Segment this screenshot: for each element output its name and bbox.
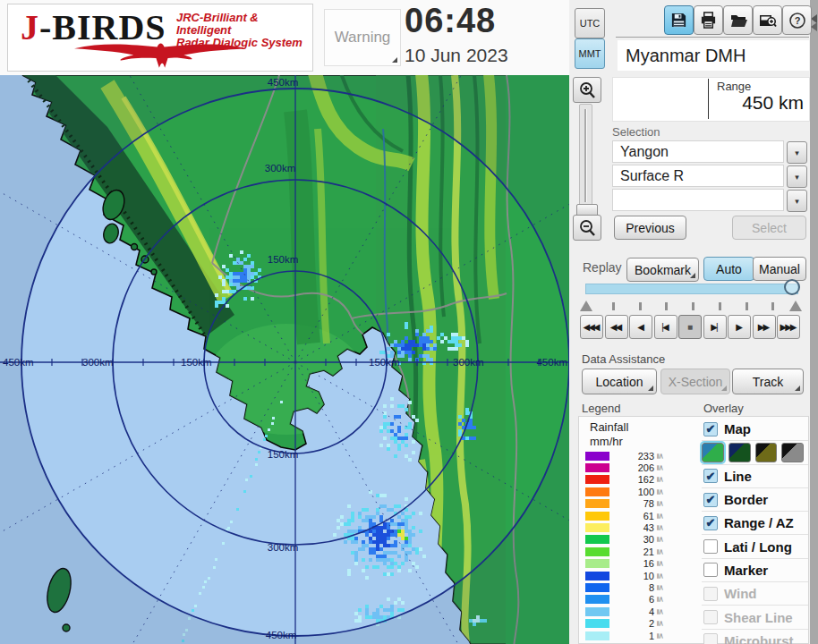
open-folder-button[interactable] bbox=[723, 5, 753, 35]
fastest-forward-button[interactable]: ▶▶▶ bbox=[777, 315, 800, 339]
legend-color-swatch bbox=[585, 559, 609, 568]
ring-label: 450km bbox=[266, 630, 297, 640]
legend-value: 4 bbox=[613, 606, 654, 617]
location-button[interactable]: Location bbox=[582, 369, 657, 394]
legend-row: 4≦ bbox=[585, 606, 687, 617]
zoom-in-button[interactable] bbox=[573, 77, 601, 103]
step-forward-button[interactable]: ▶| bbox=[703, 315, 727, 339]
open-folder-icon bbox=[729, 12, 747, 30]
capture-button[interactable] bbox=[753, 5, 782, 35]
slider-tick bbox=[719, 302, 721, 310]
option-dropdown-arrow-icon[interactable]: ▾ bbox=[787, 190, 807, 212]
ring-label: 450km bbox=[3, 357, 34, 368]
less-equal-icon: ≦ bbox=[656, 537, 665, 544]
slider-start-marker-icon[interactable] bbox=[580, 301, 592, 311]
manual-button[interactable]: Manual bbox=[753, 257, 806, 281]
ring-label: 150km bbox=[268, 254, 299, 265]
legend-color-swatch bbox=[585, 499, 609, 508]
less-equal-icon: ≦ bbox=[656, 584, 665, 591]
map-style-swatch-2[interactable] bbox=[729, 443, 751, 462]
site-dropdown-arrow-icon[interactable]: ▾ bbox=[787, 141, 807, 164]
radar-map[interactable]: 450km300km150km150km300km450km450km300km… bbox=[0, 75, 569, 644]
mmt-button[interactable]: MMT bbox=[575, 38, 605, 69]
legend-value: 2 bbox=[613, 618, 654, 629]
select-button[interactable]: Select bbox=[732, 216, 806, 240]
auto-button[interactable]: Auto bbox=[703, 257, 754, 281]
site-dropdown[interactable]: Yangon bbox=[612, 140, 784, 163]
slider-tick bbox=[612, 302, 615, 310]
legend-row: 78≦ bbox=[585, 498, 687, 510]
less-equal-icon: ≦ bbox=[656, 608, 665, 615]
capture-icon bbox=[759, 12, 777, 30]
less-equal-icon: ≦ bbox=[656, 620, 665, 627]
rewind-button[interactable]: ◀◀ bbox=[605, 315, 628, 339]
map-style-swatch-3[interactable] bbox=[755, 443, 778, 462]
legend-row: 21≦ bbox=[585, 546, 687, 557]
legend-row: 10≦ bbox=[585, 570, 687, 581]
legend-label: Legend bbox=[582, 402, 620, 415]
x-section-button[interactable]: X-Section bbox=[660, 369, 730, 394]
replay-slider-track[interactable] bbox=[585, 284, 798, 294]
replay-label: Replay bbox=[583, 260, 622, 275]
station-title: Myanmar DMH bbox=[618, 40, 809, 71]
play-button[interactable]: ▶ bbox=[728, 315, 751, 339]
overlay-row-wind: Wind bbox=[702, 582, 808, 606]
line-checkbox[interactable]: ✔ bbox=[703, 469, 718, 483]
lati-long-checkbox[interactable] bbox=[703, 539, 718, 554]
track-button[interactable]: Track bbox=[732, 369, 804, 394]
range-az-checkbox[interactable]: ✔ bbox=[703, 516, 718, 530]
utc-button[interactable]: UTC bbox=[575, 8, 605, 38]
eagle-logo-icon bbox=[15, 40, 305, 69]
product-dropdown-arrow-icon[interactable]: ▾ bbox=[787, 165, 807, 188]
map-style-swatch-1[interactable] bbox=[702, 443, 724, 462]
ring-label: 150km bbox=[181, 357, 212, 368]
panel-collapse-strip[interactable] bbox=[810, 0, 818, 644]
warning-button[interactable]: Warning bbox=[324, 9, 401, 66]
fast-forward-button[interactable]: ▶▶ bbox=[753, 315, 776, 339]
ring-label: 150km bbox=[369, 357, 400, 368]
option-dropdown[interactable] bbox=[612, 189, 784, 211]
zoom-slider-groove bbox=[584, 109, 587, 202]
overlay-row-shear-line: Shear Line bbox=[702, 606, 808, 629]
microburst-checkbox bbox=[703, 633, 718, 644]
product-dropdown[interactable]: Surface R bbox=[612, 165, 784, 187]
step-back-button[interactable]: |◀ bbox=[654, 315, 677, 339]
legend-color-swatch bbox=[585, 547, 609, 556]
save-icon bbox=[670, 12, 687, 29]
data-assistance-label: Data Assistance bbox=[582, 352, 665, 366]
overlay-row-marker: Marker bbox=[702, 559, 808, 582]
fast-rewind-button[interactable]: ◀◀◀ bbox=[580, 315, 603, 339]
ring-label: 300km bbox=[82, 357, 114, 368]
legend-color-swatch bbox=[585, 512, 609, 521]
bookmark-button[interactable]: Bookmark bbox=[626, 258, 699, 282]
less-equal-icon: ≦ bbox=[656, 500, 665, 507]
less-equal-icon: ≦ bbox=[656, 572, 665, 580]
less-equal-icon: ≦ bbox=[656, 464, 665, 471]
print-button[interactable] bbox=[694, 5, 723, 35]
overlay-item-label: Marker bbox=[724, 563, 768, 578]
marker-checkbox[interactable] bbox=[703, 563, 718, 577]
less-equal-icon: ≦ bbox=[656, 453, 665, 460]
legend-row: 16≦ bbox=[585, 558, 687, 570]
legend-row: 6≦ bbox=[585, 594, 687, 606]
toolbar-collapse-arrow-icon[interactable] bbox=[811, 22, 817, 31]
selection-label: Selection bbox=[612, 125, 660, 139]
ring-label: 150km bbox=[268, 449, 299, 460]
zoom-out-button[interactable] bbox=[573, 215, 601, 241]
clock-time: 06:48 bbox=[405, 2, 496, 40]
map-checkbox[interactable]: ✔ bbox=[703, 422, 718, 436]
slider-tick bbox=[639, 302, 642, 310]
play-back-button[interactable]: ◀ bbox=[629, 315, 652, 339]
border-checkbox[interactable]: ✔ bbox=[703, 493, 718, 507]
stop-button[interactable]: ■ bbox=[678, 315, 702, 339]
map-style-swatch-4[interactable] bbox=[781, 443, 804, 462]
less-equal-icon: ≦ bbox=[656, 597, 665, 604]
slider-end-marker-icon[interactable] bbox=[789, 301, 802, 311]
save-button[interactable] bbox=[664, 5, 694, 35]
replay-slider-handle[interactable] bbox=[784, 279, 800, 295]
legend-color-swatch bbox=[585, 583, 609, 592]
overlay-item-label: Wind bbox=[724, 586, 757, 601]
jbirds-radar-app: { "header": { "logo_title_first": "J", "… bbox=[0, 0, 818, 644]
previous-button[interactable]: Previous bbox=[614, 216, 686, 240]
help-button[interactable]: ? bbox=[782, 5, 812, 35]
